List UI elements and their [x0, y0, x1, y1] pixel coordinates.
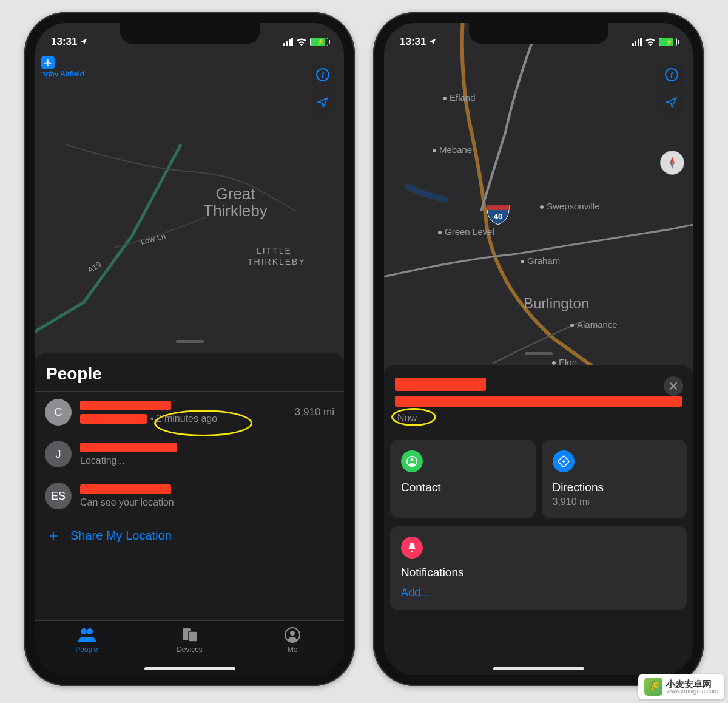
tab-label: People [75, 645, 98, 654]
person-content: Can see your location [80, 484, 334, 508]
notch [120, 23, 260, 44]
svg-point-18 [433, 149, 436, 152]
close-icon [669, 382, 678, 390]
locate-button[interactable] [310, 90, 335, 115]
svg-point-12 [290, 631, 295, 636]
svg-text:Alamance: Alamance [577, 319, 618, 330]
svg-text:THIRKLEBY: THIRKLEBY [248, 257, 306, 267]
redacted-name [80, 401, 171, 410]
svg-text:Efland: Efland [450, 92, 476, 103]
person-content: Locating... [80, 443, 334, 466]
right-screen: 13:31 ⚡ 40 Efland Mebane [384, 23, 693, 675]
bell-icon [401, 537, 423, 559]
person-row-c[interactable]: C • 2 minutes ago 3,910 mi [35, 391, 344, 433]
status-text: Can see your location [80, 497, 334, 508]
compass-icon[interactable] [660, 151, 684, 175]
share-location-button[interactable]: ＋ Share My Location [35, 517, 344, 554]
signal-bars-icon [283, 38, 294, 46]
distance: 3,910 mi [295, 406, 334, 418]
svg-point-27 [570, 324, 574, 327]
notifications-card: Notifications Add... [390, 526, 687, 610]
redacted-name [395, 378, 486, 391]
people-icon [77, 627, 96, 643]
dot-separator: • [150, 413, 154, 424]
svg-point-8 [87, 628, 93, 634]
svg-text:Great: Great [215, 185, 255, 203]
avatar: C [45, 399, 72, 426]
map-controls: i [659, 62, 684, 115]
now-timestamp: Now [395, 412, 434, 425]
directions-distance: 3,910 mi [553, 497, 676, 508]
info-button[interactable]: i [310, 62, 335, 87]
airport-icon [41, 56, 55, 69]
svg-rect-10 [189, 631, 197, 642]
avatar: J [45, 441, 72, 467]
card-title: Notifications [401, 566, 676, 579]
battery-icon: ⚡ [310, 38, 328, 46]
svg-text:Mebane: Mebane [439, 144, 472, 155]
close-button[interactable] [664, 376, 683, 396]
wifi-icon [645, 38, 656, 46]
svg-marker-32 [670, 161, 675, 169]
battery-icon: ⚡ [659, 38, 677, 46]
contact-icon [401, 450, 423, 472]
action-cards: Contact Directions 3,910 mi [390, 440, 687, 518]
home-indicator[interactable] [144, 667, 235, 670]
redacted-name [80, 484, 171, 494]
svg-point-16 [443, 97, 447, 100]
svg-point-34 [411, 458, 414, 461]
tab-label: Me [288, 645, 298, 654]
info-button[interactable]: i [659, 62, 684, 87]
person-detail-sheet[interactable]: Now Contact Directions 3,910 mi [384, 365, 693, 675]
notch [469, 23, 608, 44]
info-icon: i [665, 68, 678, 81]
watermark-domain: www.xmsigma.com [666, 688, 718, 695]
person-row-j[interactable]: J Locating... [35, 433, 344, 475]
svg-text:Swepsonville: Swepsonville [547, 201, 600, 211]
map-controls: i [310, 62, 335, 115]
person-row-es[interactable]: ES Can see your location [35, 475, 344, 517]
redacted-name [80, 443, 177, 452]
tab-me[interactable]: Me [241, 621, 344, 675]
svg-text:40: 40 [494, 212, 502, 221]
sheet-title: People [35, 353, 344, 391]
devices-icon [181, 627, 198, 643]
person-content: • 2 minutes ago [80, 401, 286, 424]
svg-text:Graham: Graham [527, 256, 560, 266]
watermark: 🌾 小麦安卓网 www.xmsigma.com [638, 674, 724, 699]
status-text: Locating... [80, 455, 334, 466]
left-screen: 13:31 ⚡ Great Thirkleby LITTLE THIRKLEBY… [35, 23, 344, 675]
svg-text:Burlington: Burlington [524, 295, 589, 311]
wifi-icon [296, 38, 307, 46]
add-notification-button[interactable]: Add... [401, 586, 676, 599]
directions-card[interactable]: Directions 3,910 mi [542, 440, 687, 518]
card-title: Contact [401, 481, 525, 494]
right-phone-frame: 13:31 ⚡ 40 Efland Mebane [373, 12, 704, 686]
me-icon [285, 627, 300, 643]
svg-text:LITTLE: LITTLE [257, 246, 292, 256]
poi-label: ngby Airfield [41, 69, 84, 78]
contact-card[interactable]: Contact [390, 440, 536, 518]
svg-point-29 [552, 361, 556, 365]
tab-label: Devices [177, 645, 203, 654]
watermark-icon: 🌾 [644, 678, 662, 696]
watermark-brand: 小麦安卓网 [666, 679, 718, 688]
avatar: ES [45, 483, 72, 509]
svg-rect-14 [487, 205, 509, 210]
map-poi[interactable]: ngby Airfield [41, 56, 84, 78]
svg-point-7 [81, 628, 87, 634]
svg-point-24 [521, 260, 524, 263]
plus-icon: ＋ [46, 526, 61, 545]
home-indicator[interactable] [493, 667, 584, 670]
location-arrow-icon [666, 97, 678, 109]
left-phone-frame: 13:31 ⚡ Great Thirkleby LITTLE THIRKLEBY… [24, 12, 355, 686]
tab-people[interactable]: People [35, 621, 138, 675]
redacted-address [395, 396, 682, 407]
share-label: Share My Location [70, 529, 172, 543]
svg-text:Thirkleby: Thirkleby [203, 202, 267, 220]
location-arrow-icon [428, 38, 437, 46]
status-time-text: 13:31 [51, 36, 77, 48]
locate-button[interactable] [659, 90, 684, 115]
svg-point-22 [438, 231, 442, 234]
location-arrow-icon [79, 38, 88, 46]
